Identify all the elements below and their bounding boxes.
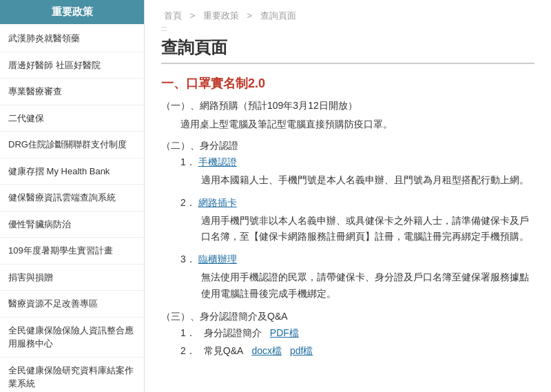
qa-item2-docx-link[interactable]: docx檔	[251, 345, 282, 358]
sidebar-item-11[interactable]: 全民健康保險保險人資訊整合應用服務中心	[0, 318, 144, 358]
sidebar-item-3[interactable]: 二代健保	[0, 105, 144, 132]
breadcrumb: 首頁 > 重要政策 > 查詢頁面	[161, 10, 534, 22]
sidebar-item-4[interactable]: DRG住院診斷關聯群支付制度	[0, 132, 144, 158]
item1-desc: 適用本國籍人士、手機門號是本人名義申辦、且門號為月租型搭配行動上網。	[201, 172, 534, 189]
breadcrumb-current: 查詢頁面	[260, 10, 296, 21]
page-title: 查詢頁面	[161, 37, 534, 64]
part2-title: （二）、身分認證	[161, 140, 534, 152]
sidebar-item-5[interactable]: 健康存摺 My Health Bank	[0, 158, 144, 185]
qa-item-1: 1． 身分認證簡介 PDF檔	[180, 327, 534, 340]
item2-num: 2．	[180, 197, 196, 208]
item1-title: 1． 手機認證	[180, 156, 534, 169]
sidebar-item-2[interactable]: 專業醫療審查	[0, 79, 144, 105]
item1-link[interactable]: 手機認證	[198, 156, 237, 167]
part1-title: （一）、網路預購（預計109年3月12日開放）	[161, 100, 534, 112]
qa-item2-pdf-link[interactable]: pdf檔	[290, 345, 313, 358]
qa-item1-num: 1．	[180, 327, 196, 340]
sidebar: 重要政策 武漢肺炎就醫領藥 厝邊好醫師 社區好醫院 專業醫療審查 二代健保 DR…	[0, 0, 145, 392]
breadcrumb-home[interactable]: 首頁	[164, 10, 182, 21]
drag-handle-main: :::	[161, 25, 534, 32]
item3-num: 3．	[180, 254, 196, 265]
numbered-item-1: 1． 手機認證 適用本國籍人士、手機門號是本人名義申辦、且門號為月租型搭配行動上…	[180, 156, 534, 189]
breadcrumb-sep-1: >	[190, 10, 198, 21]
item3-title: 3． 臨櫃辦理	[180, 254, 534, 266]
item2-title: 2． 網路插卡	[180, 197, 534, 209]
item2-desc: 適用手機門號非以本人名義申辦、或具健保卡之外籍人士，請準備健保卡及戶口名簿，至【…	[201, 213, 534, 246]
part1-desc: 適用桌上型電腦及筆記型電腦直接預購防疫口罩。	[180, 116, 534, 133]
item1-num: 1．	[180, 156, 196, 167]
item3-desc: 無法使用手機認證的民眾，請帶健保卡、身分證及戶口名簿至健保署服務據點使用電腦註冊…	[201, 269, 534, 302]
part3-title: （三）、身分認證簡介及Q&A	[161, 311, 534, 323]
part1: （一）、網路預購（預計109年3月12日開放） 適用桌上型電腦及筆記型電腦直接預…	[161, 100, 534, 133]
part2: （二）、身分認證 1． 手機認證 適用本國籍人士、手機門號是本人名義申辦、且門號…	[161, 140, 534, 302]
qa-item1-pdf-link[interactable]: PDF檔	[270, 327, 299, 340]
numbered-item-3: 3． 臨櫃辦理 無法使用手機認證的民眾，請帶健保卡、身分證及戶口名簿至健保署服務…	[180, 254, 534, 302]
item3-link[interactable]: 臨櫃辦理	[198, 254, 237, 265]
qa-item2-num: 2．	[180, 345, 196, 358]
numbered-item-2: 2． 網路插卡 適用手機門號非以本人名義申辦、或具健保卡之外籍人士，請準備健保卡…	[180, 197, 534, 246]
main-content: 首頁 > 重要政策 > 查詢頁面 ::: 查詢頁面 一、口罩實名制2.0 （一）…	[145, 0, 551, 392]
breadcrumb-sep-2: >	[247, 10, 254, 21]
sidebar-item-9[interactable]: 捐害與損贈	[0, 265, 144, 291]
sidebar-item-10[interactable]: 醫療資源不足改善專區	[0, 291, 144, 318]
part3: （三）、身分認證簡介及Q&A 1． 身分認證簡介 PDF檔 2． 常見Q&A d…	[161, 311, 534, 358]
qa-item1-label: 身分認證簡介	[204, 327, 262, 340]
sidebar-header: 重要政策	[0, 0, 144, 24]
sidebar-item-0[interactable]: 武漢肺炎就醫領藥	[0, 25, 144, 52]
sidebar-item-1[interactable]: 厝邊好醫師 社區好醫院	[0, 52, 144, 79]
breadcrumb-policy[interactable]: 重要政策	[203, 10, 239, 21]
section1-title: 一、口罩實名制2.0	[161, 75, 534, 92]
sidebar-items: 武漢肺炎就醫領藥 厝邊好醫師 社區好醫院 專業醫療審查 二代健保 DRG住院診斷…	[0, 25, 144, 392]
sidebar-item-7[interactable]: 優性腎臟病防治	[0, 212, 144, 238]
sidebar-item-12[interactable]: 全民健康保險研究資料庫結案作業系統	[0, 358, 144, 393]
item2-link[interactable]: 網路插卡	[198, 197, 237, 208]
qa-item-2: 2． 常見Q&A docx檔 pdf檔	[180, 345, 534, 358]
qa-item2-label: 常見Q&A	[204, 345, 244, 358]
sidebar-item-8[interactable]: 109年度暑期學生實習計畫	[0, 238, 144, 265]
sidebar-item-6[interactable]: 健保醫療資訊雲端查詢系統	[0, 185, 144, 212]
